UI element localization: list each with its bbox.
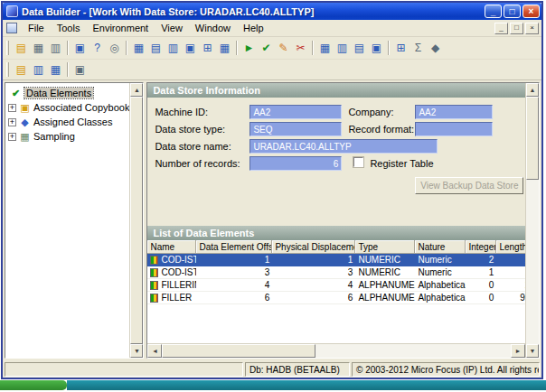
scrollbar-thumb[interactable]: [130, 97, 143, 344]
edit-icon[interactable]: ✎: [275, 40, 292, 56]
register-table-checkbox[interactable]: [353, 157, 363, 167]
scroll-left-icon[interactable]: ◄: [147, 344, 162, 358]
cell-displacement: 3: [272, 266, 355, 278]
column-header-length[interactable]: Length: [496, 240, 525, 254]
horizontal-scrollbar[interactable]: ◄ ►: [147, 343, 525, 358]
mdi-restore-button[interactable]: □: [510, 23, 523, 34]
scroll-down-icon[interactable]: ▼: [130, 344, 143, 358]
validate-icon[interactable]: ✔: [258, 40, 275, 56]
tree-item-data-elements[interactable]: ✔ Data Elements: [8, 86, 129, 100]
report-icon[interactable]: ▣: [71, 61, 89, 78]
expand-plus-icon[interactable]: +: [8, 133, 16, 141]
tile-vertical-icon[interactable]: ▥: [165, 40, 182, 56]
search-icon[interactable]: ◎: [106, 40, 123, 56]
row-view-icon[interactable]: ▤: [351, 40, 368, 56]
expand-plus-icon[interactable]: +: [8, 118, 16, 126]
taskbar-fragment[interactable]: [67, 380, 546, 390]
title-bar[interactable]: Data Builder - [Work With Data Store: UR…: [3, 3, 541, 20]
column-header-type[interactable]: Type: [355, 240, 415, 254]
status-db: Db: HADB (BETAALB): [245, 362, 350, 377]
tree-item-sampling[interactable]: + ▦ Sampling: [8, 129, 129, 144]
add-grid-icon[interactable]: ⊞: [392, 40, 410, 56]
layout-icon[interactable]: ▣: [182, 40, 199, 56]
scroll-right-icon[interactable]: ►: [511, 344, 525, 358]
table-row[interactable]: FILLERINO 4 4 ALPHANUMERIC Alphabetical …: [147, 279, 525, 292]
summation-icon[interactable]: Σ: [410, 40, 427, 56]
navigate-icon[interactable]: ◆: [427, 40, 444, 56]
column-header-displacement[interactable]: Physical Displacement: [272, 240, 355, 254]
help-icon[interactable]: ?: [89, 40, 106, 56]
column-header-offset[interactable]: Data Element Offset /: [196, 240, 272, 254]
data-store-info-title: Data Store Information: [153, 85, 260, 96]
toolbar-grip: [6, 62, 9, 77]
clear-icon[interactable]: ✂: [292, 40, 309, 56]
table-view-icon[interactable]: ▦: [316, 40, 334, 56]
data-store-name-field[interactable]: URADAR.LC40.ALLTYP: [249, 139, 438, 154]
start-button-fragment[interactable]: [0, 380, 67, 390]
table-row[interactable]: COD-IST-1 3 3 NUMERIC Numeric 1 1: [147, 266, 525, 279]
machine-id-field[interactable]: AA2: [249, 105, 342, 119]
print-preview-icon[interactable]: ▥: [47, 40, 64, 56]
scrollbar-thumb[interactable]: [526, 97, 539, 180]
menu-window[interactable]: Window: [189, 21, 237, 35]
tree-item-label: Associated Copybook: [33, 102, 129, 113]
mdi-document-icon[interactable]: [6, 23, 17, 33]
cell-name: FILLER: [161, 293, 192, 303]
tree-item-label: Assigned Classes: [33, 117, 112, 127]
expand-plus-icon[interactable]: +: [8, 104, 16, 112]
content-vertical-scrollbar[interactable]: ▲ ▼: [525, 83, 539, 358]
view-backup-data-store-button[interactable]: View Backup Data Store: [415, 177, 523, 194]
table-row[interactable]: COD-IST 1 1 NUMERIC Numeric 2 2: [147, 254, 525, 266]
column-header-integer[interactable]: Integer: [466, 240, 496, 254]
scroll-up-icon[interactable]: ▲: [130, 83, 143, 97]
mdi-close-button[interactable]: ×: [525, 23, 539, 34]
toolbar-separator: [67, 62, 69, 77]
filter-icon[interactable]: ▤: [13, 61, 30, 78]
print-icon[interactable]: ▦: [30, 40, 47, 56]
status-bar: Db: HADB (BETAALB) © 2003-2012 Micro Foc…: [3, 360, 541, 378]
copybook-icon: ▣: [19, 102, 31, 114]
menu-help[interactable]: Help: [237, 21, 270, 35]
toolbar-separator: [312, 41, 314, 55]
cell-integer: 0: [466, 292, 496, 303]
open-icon[interactable]: ▤: [13, 40, 30, 56]
data-store-type-field[interactable]: SEQ: [249, 122, 342, 136]
scroll-up-icon[interactable]: ▲: [526, 83, 539, 97]
grid-view-icon[interactable]: ▦: [216, 40, 233, 56]
column-header-name[interactable]: Name: [147, 240, 196, 254]
tree-vertical-scrollbar[interactable]: ▲ ▼: [129, 83, 143, 358]
menu-view[interactable]: View: [155, 21, 189, 35]
tree-item-associated-copybook[interactable]: + ▣ Associated Copybook: [8, 100, 129, 115]
column-header-nature[interactable]: Nature: [415, 240, 466, 254]
tile-horizontal-icon[interactable]: ▤: [147, 40, 165, 56]
summary-view-icon[interactable]: ▣: [368, 40, 385, 56]
number-of-records-field[interactable]: 6: [249, 156, 342, 171]
company-field[interactable]: AA2: [415, 105, 493, 119]
scroll-down-icon[interactable]: ▼: [526, 344, 539, 358]
record-format-field[interactable]: [415, 122, 493, 136]
menu-bar: File Tools Environment View Window Help …: [3, 20, 541, 37]
menu-file[interactable]: File: [22, 21, 51, 35]
machine-id-label: Machine ID:: [155, 107, 208, 117]
minimize-button[interactable]: _: [485, 5, 502, 18]
window-title: Data Builder - [Work With Data Store: UR…: [22, 6, 483, 17]
menu-tools[interactable]: Tools: [51, 21, 87, 35]
menu-environment[interactable]: Environment: [86, 21, 155, 35]
column-header-offset-label: Data Element Offset: [199, 242, 272, 252]
tree-item-assigned-classes[interactable]: + ◆ Assigned Classes: [8, 115, 129, 129]
maximize-button[interactable]: □: [504, 5, 521, 18]
copybook-folder-icon[interactable]: ▥: [30, 61, 47, 78]
mdi-minimize-button[interactable]: _: [494, 23, 508, 34]
properties-icon[interactable]: ▣: [71, 40, 89, 56]
column-view-icon[interactable]: ▥: [334, 40, 351, 56]
secondary-toolbar: ▤ ▥ ▦ ▣: [3, 60, 541, 80]
table-row[interactable]: FILLER 6 6 ALPHANUMERIC Alphabetical 0 9…: [147, 292, 525, 304]
close-button[interactable]: ×: [522, 5, 540, 18]
cell-integer: 1: [466, 266, 496, 278]
scrollbar-thumb[interactable]: [162, 344, 315, 358]
cascade-windows-icon[interactable]: ▦: [130, 40, 147, 56]
toolbar-separator: [126, 41, 127, 55]
new-window-icon[interactable]: ⊞: [199, 40, 216, 56]
class-folder-icon[interactable]: ▦: [47, 61, 64, 78]
run-icon[interactable]: ►: [240, 40, 258, 56]
